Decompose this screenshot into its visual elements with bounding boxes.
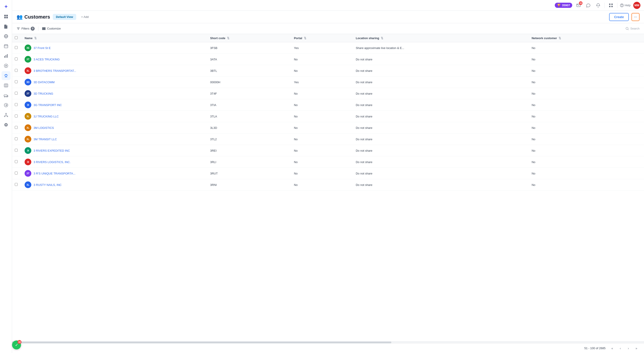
row-checkbox-cell[interactable] xyxy=(12,65,21,77)
sidebar-item-documents[interactable] xyxy=(2,22,10,31)
row-checkbox-5[interactable] xyxy=(15,103,18,106)
messages-icon[interactable]: 38 xyxy=(575,2,582,9)
network-customer-column-header[interactable]: Network customer ⇅ xyxy=(528,34,644,42)
portal-cell: Yes xyxy=(290,77,352,88)
portal-cell: No xyxy=(290,88,352,99)
row-checkbox-cell[interactable] xyxy=(12,42,21,54)
row-checkbox-6[interactable] xyxy=(15,115,18,117)
help-button[interactable]: Help xyxy=(620,4,630,7)
svg-point-30 xyxy=(622,6,622,6)
row-checkbox-cell[interactable] xyxy=(12,99,21,111)
notification-fab[interactable]: ✓ 18 xyxy=(12,340,21,349)
row-checkbox-cell[interactable] xyxy=(12,111,21,122)
table-row: 3L 3 BROTHERS TRANSPORTAT... 3BTL No Do … xyxy=(12,65,644,77)
row-checkbox-cell[interactable] xyxy=(12,54,21,65)
customer-name-cell: 3L 3M LOGISTICS xyxy=(21,122,206,134)
row-checkbox-10[interactable] xyxy=(15,160,18,163)
customer-name-link[interactable]: 3 ACES TRUCKING xyxy=(34,58,60,61)
view-tab[interactable]: Default View xyxy=(53,14,76,20)
previous-page-button[interactable]: ‹ xyxy=(617,345,624,351)
select-all-checkbox[interactable] xyxy=(15,36,18,39)
chat-icon[interactable] xyxy=(585,2,592,9)
short-code-cell: 3RLI xyxy=(206,156,290,168)
customer-name-link[interactable]: 3G TRANSPORT INC xyxy=(34,103,62,107)
customer-name-link[interactable]: 3 BROTHERS TRANSPORTAT... xyxy=(34,69,76,73)
page-header: 👥 Customers Default View + Add Create ··… xyxy=(12,11,644,23)
sidebar-item-fleet[interactable] xyxy=(2,91,10,100)
customer-name-link[interactable]: 37 Front St E xyxy=(34,46,51,50)
sidebar-item-finance[interactable] xyxy=(2,61,10,70)
sidebar-logo[interactable]: ✦ xyxy=(2,2,10,11)
customer-name-link[interactable]: 3M LOGISTICS xyxy=(34,126,54,130)
row-checkbox-1[interactable] xyxy=(15,58,18,60)
more-options-button[interactable]: ··· xyxy=(632,13,640,21)
customer-name-link[interactable]: 3M TRANSIT LLC xyxy=(34,138,57,141)
svg-point-20 xyxy=(6,97,7,97)
sidebar-item-calendar[interactable] xyxy=(2,42,10,51)
portal-column-header[interactable]: Portal ⇅ xyxy=(290,34,352,42)
svg-rect-26 xyxy=(611,4,613,5)
sidebar-item-settings[interactable] xyxy=(2,120,10,129)
portal-cell: Yes xyxy=(290,42,352,54)
network-customer-cell: No xyxy=(528,111,644,122)
row-checkbox-cell[interactable] xyxy=(12,145,21,156)
customer-name-link[interactable]: 3D DATACOMM xyxy=(34,81,54,84)
row-checkbox-2[interactable] xyxy=(15,69,18,72)
filters-button[interactable]: Filters 0 xyxy=(16,27,35,31)
points-badge[interactable]: 🏆 35907 xyxy=(555,3,572,8)
row-checkbox-0[interactable] xyxy=(15,46,18,49)
row-checkbox-7[interactable] xyxy=(15,126,18,129)
row-checkbox-12[interactable] xyxy=(15,183,18,186)
row-checkbox-cell[interactable] xyxy=(12,156,21,168)
row-checkbox-cell[interactable] xyxy=(12,134,21,145)
sidebar-item-reports[interactable] xyxy=(2,52,10,60)
customer-name-cell: 3L 3 RUSTY NAILS, INC xyxy=(21,179,206,191)
sidebar-item-globe[interactable] xyxy=(2,32,10,41)
row-checkbox-cell[interactable] xyxy=(12,77,21,88)
add-button[interactable]: + Add xyxy=(79,14,91,20)
customer-name-link[interactable]: 3D TRUCKING xyxy=(34,92,53,95)
first-page-button[interactable]: « xyxy=(609,345,616,351)
portal-cell: No xyxy=(290,111,352,122)
sidebar-item-dispatch[interactable] xyxy=(2,101,10,110)
grid-icon[interactable] xyxy=(607,2,614,9)
row-checkbox-9[interactable] xyxy=(15,149,18,152)
network-customer-sort-icon: ⇅ xyxy=(558,37,561,40)
sidebar-item-customers[interactable] xyxy=(2,71,10,80)
last-page-button[interactable]: » xyxy=(633,345,640,351)
sidebar-item-network[interactable] xyxy=(2,111,10,119)
row-checkbox-cell[interactable] xyxy=(12,88,21,99)
customer-name-link[interactable]: 3 R'S UNIQUE TRANSPORTA... xyxy=(34,172,75,175)
sidebar-item-dashboard[interactable] xyxy=(2,12,10,21)
svg-rect-32 xyxy=(42,29,46,29)
network-customer-cell: No xyxy=(528,77,644,88)
location-sharing-column-header[interactable]: Location sharing ⇅ xyxy=(352,34,528,42)
row-checkbox-4[interactable] xyxy=(15,92,18,95)
row-checkbox-cell[interactable] xyxy=(12,168,21,179)
customize-button[interactable]: Customize xyxy=(42,27,60,31)
next-page-button[interactable]: › xyxy=(625,345,632,351)
row-checkbox-cell[interactable] xyxy=(12,122,21,134)
row-checkbox-11[interactable] xyxy=(15,172,18,174)
customer-name-cell: 3I 3G TRANSPORT INC xyxy=(21,99,206,111)
table-row: 3L 3J TRUCKING LLC 3TLA No Do not share … xyxy=(12,111,644,122)
row-checkbox-3[interactable] xyxy=(15,80,18,83)
short-code-column-header[interactable]: Short code ⇅ xyxy=(206,34,290,42)
scrollbar-thumb[interactable] xyxy=(12,341,391,343)
sidebar-item-orders[interactable] xyxy=(2,81,10,90)
customer-name-link[interactable]: 3J TRUCKING LLC xyxy=(34,115,58,118)
row-checkbox-cell[interactable] xyxy=(12,179,21,191)
name-column-header[interactable]: Name ⇅ xyxy=(21,34,206,42)
select-all-header[interactable] xyxy=(12,34,21,42)
customer-name-link[interactable]: 3 RUSTY NAILS, INC xyxy=(34,183,62,187)
row-checkbox-8[interactable] xyxy=(15,137,18,140)
svg-rect-31 xyxy=(42,28,46,28)
create-button[interactable]: Create xyxy=(609,13,629,21)
customer-name-link[interactable]: 3 RIVERS LOGISTICS, INC. xyxy=(34,160,70,164)
customer-name-link[interactable]: 3 RIVERS EXPEDITED INC xyxy=(34,149,70,152)
notifications-icon[interactable] xyxy=(594,2,602,9)
more-icon: ··· xyxy=(634,15,637,19)
search-button[interactable]: Search xyxy=(626,27,640,31)
user-avatar[interactable]: MM xyxy=(633,2,640,9)
horizontal-scrollbar[interactable] xyxy=(12,341,644,343)
